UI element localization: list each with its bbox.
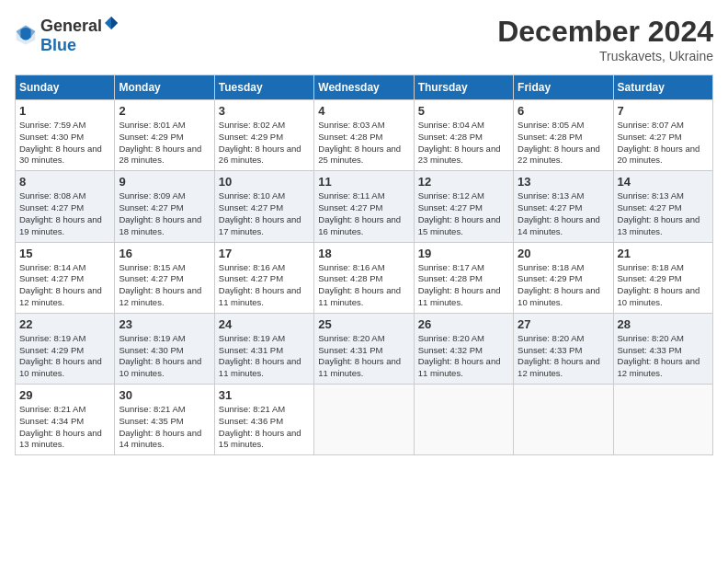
day-number: 9 [119,175,210,189]
table-row: 23 Sunrise: 8:19 AM Sunset: 4:30 PM Dayl… [115,313,214,384]
day-info: Sunrise: 8:05 AM Sunset: 4:28 PM Dayligh… [518,120,609,167]
table-row: 7 Sunrise: 8:07 AM Sunset: 4:27 PM Dayli… [613,100,712,171]
table-row: 1 Sunrise: 7:59 AM Sunset: 4:30 PM Dayli… [16,100,115,171]
day-info: Sunrise: 8:21 AM Sunset: 4:36 PM Dayligh… [219,404,310,451]
day-info: Sunrise: 8:19 AM Sunset: 4:30 PM Dayligh… [119,333,210,380]
day-info: Sunrise: 8:04 AM Sunset: 4:28 PM Dayligh… [418,120,509,167]
day-number: 26 [418,317,509,331]
table-row: 19 Sunrise: 8:17 AM Sunset: 4:28 PM Dayl… [414,242,513,313]
day-number: 6 [518,104,609,118]
day-info: Sunrise: 8:19 AM Sunset: 4:29 PM Dayligh… [19,333,110,380]
day-info: Sunrise: 8:12 AM Sunset: 4:27 PM Dayligh… [418,190,509,237]
table-row: 11 Sunrise: 8:11 AM Sunset: 4:27 PM Dayl… [314,171,414,242]
col-thursday: Thursday [414,75,513,100]
svg-marker-2 [111,17,118,29]
day-number: 5 [418,104,509,118]
table-row: 14 Sunrise: 8:13 AM Sunset: 4:27 PM Dayl… [613,171,712,242]
table-row: 28 Sunrise: 8:20 AM Sunset: 4:33 PM Dayl… [613,313,712,384]
day-number: 23 [119,317,210,331]
day-info: Sunrise: 8:20 AM Sunset: 4:33 PM Dayligh… [618,333,709,380]
table-row: 16 Sunrise: 8:15 AM Sunset: 4:27 PM Dayl… [115,242,214,313]
day-info: Sunrise: 8:10 AM Sunset: 4:27 PM Dayligh… [219,190,310,237]
table-row: 4 Sunrise: 8:03 AM Sunset: 4:28 PM Dayli… [314,100,414,171]
day-info: Sunrise: 8:13 AM Sunset: 4:27 PM Dayligh… [618,190,709,237]
col-sunday: Sunday [16,75,115,100]
table-row: 3 Sunrise: 8:02 AM Sunset: 4:29 PM Dayli… [214,100,313,171]
table-row: 2 Sunrise: 8:01 AM Sunset: 4:29 PM Dayli… [115,100,214,171]
col-saturday: Saturday [613,75,712,100]
title-block: December 2024 Truskavets, Ukraine [497,15,713,63]
day-number: 28 [618,317,709,331]
table-row: 21 Sunrise: 8:18 AM Sunset: 4:29 PM Dayl… [613,242,712,313]
day-number: 30 [119,388,210,402]
day-number: 14 [618,175,709,189]
table-row: 17 Sunrise: 8:16 AM Sunset: 4:27 PM Dayl… [214,242,313,313]
col-friday: Friday [514,75,613,100]
day-info: Sunrise: 8:13 AM Sunset: 4:27 PM Dayligh… [518,190,609,237]
calendar-header-row: Sunday Monday Tuesday Wednesday Thursday… [16,75,713,100]
table-row: 10 Sunrise: 8:10 AM Sunset: 4:27 PM Dayl… [214,171,313,242]
logo-icon [15,24,37,46]
day-number: 31 [219,388,310,402]
table-row: 22 Sunrise: 8:19 AM Sunset: 4:29 PM Dayl… [16,313,115,384]
table-row: 20 Sunrise: 8:18 AM Sunset: 4:29 PM Dayl… [514,242,613,313]
day-info: Sunrise: 8:08 AM Sunset: 4:27 PM Dayligh… [19,190,110,237]
logo-arrow-icon [103,15,119,31]
day-number: 1 [19,104,110,118]
table-row: 26 Sunrise: 8:20 AM Sunset: 4:32 PM Dayl… [414,313,513,384]
day-info: Sunrise: 8:01 AM Sunset: 4:29 PM Dayligh… [119,120,210,167]
day-info: Sunrise: 8:19 AM Sunset: 4:31 PM Dayligh… [219,333,310,380]
day-number: 19 [418,247,509,260]
calendar-week-row: 15 Sunrise: 8:14 AM Sunset: 4:27 PM Dayl… [16,242,713,313]
table-row: 29 Sunrise: 8:21 AM Sunset: 4:34 PM Dayl… [16,385,115,455]
table-row: 24 Sunrise: 8:19 AM Sunset: 4:31 PM Dayl… [214,313,313,384]
day-number: 24 [219,317,310,331]
table-row: 18 Sunrise: 8:16 AM Sunset: 4:28 PM Dayl… [314,242,414,313]
day-number: 4 [318,104,409,118]
day-info: Sunrise: 8:09 AM Sunset: 4:27 PM Dayligh… [119,190,210,237]
day-number: 29 [19,388,110,402]
logo-blue: Blue [40,36,76,54]
day-number: 18 [318,247,409,260]
table-row [414,385,513,455]
day-info: Sunrise: 8:15 AM Sunset: 4:27 PM Dayligh… [119,262,210,309]
day-info: Sunrise: 8:14 AM Sunset: 4:27 PM Dayligh… [19,262,110,309]
day-info: Sunrise: 8:02 AM Sunset: 4:29 PM Dayligh… [219,120,310,167]
day-info: Sunrise: 8:11 AM Sunset: 4:27 PM Dayligh… [318,190,409,237]
table-row [314,385,414,455]
table-row: 6 Sunrise: 8:05 AM Sunset: 4:28 PM Dayli… [514,100,613,171]
calendar-week-row: 8 Sunrise: 8:08 AM Sunset: 4:27 PM Dayli… [16,171,713,242]
day-number: 22 [19,317,110,331]
day-number: 3 [219,104,310,118]
calendar-week-row: 29 Sunrise: 8:21 AM Sunset: 4:34 PM Dayl… [16,385,713,455]
page-header: General Blue December 2024 Truskavets, U… [15,15,713,63]
day-info: Sunrise: 8:20 AM Sunset: 4:31 PM Dayligh… [318,333,409,380]
day-info: Sunrise: 7:59 AM Sunset: 4:30 PM Dayligh… [19,120,110,167]
day-number: 8 [19,175,110,189]
day-number: 7 [618,104,709,118]
day-number: 21 [618,247,709,260]
day-info: Sunrise: 8:21 AM Sunset: 4:35 PM Dayligh… [119,404,210,451]
day-number: 12 [418,175,509,189]
day-info: Sunrise: 8:21 AM Sunset: 4:34 PM Dayligh… [19,404,110,451]
table-row: 25 Sunrise: 8:20 AM Sunset: 4:31 PM Dayl… [314,313,414,384]
day-number: 10 [219,175,310,189]
day-info: Sunrise: 8:16 AM Sunset: 4:27 PM Dayligh… [219,262,310,309]
table-row: 13 Sunrise: 8:13 AM Sunset: 4:27 PM Dayl… [514,171,613,242]
table-row: 31 Sunrise: 8:21 AM Sunset: 4:36 PM Dayl… [214,385,313,455]
day-number: 2 [119,104,210,118]
day-number: 13 [518,175,609,189]
month-title: December 2024 [497,15,713,49]
col-tuesday: Tuesday [214,75,313,100]
calendar-week-row: 1 Sunrise: 7:59 AM Sunset: 4:30 PM Dayli… [16,100,713,171]
col-monday: Monday [115,75,214,100]
day-info: Sunrise: 8:18 AM Sunset: 4:29 PM Dayligh… [518,262,609,309]
day-info: Sunrise: 8:20 AM Sunset: 4:33 PM Dayligh… [518,333,609,380]
table-row: 15 Sunrise: 8:14 AM Sunset: 4:27 PM Dayl… [16,242,115,313]
day-info: Sunrise: 8:16 AM Sunset: 4:28 PM Dayligh… [318,262,409,309]
table-row [613,385,712,455]
logo-general: General [40,17,102,36]
col-wednesday: Wednesday [314,75,414,100]
calendar-table: Sunday Monday Tuesday Wednesday Thursday… [15,75,713,455]
table-row: 5 Sunrise: 8:04 AM Sunset: 4:28 PM Dayli… [414,100,513,171]
